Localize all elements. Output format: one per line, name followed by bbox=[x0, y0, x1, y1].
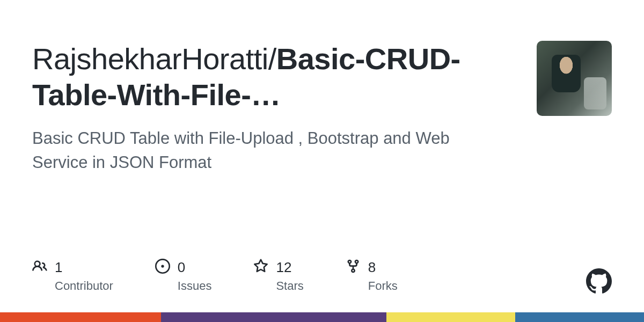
repo-description: Basic CRUD Table with File-Upload , Boot… bbox=[32, 127, 499, 175]
stat-contributors[interactable]: 1 Contributor bbox=[32, 259, 113, 293]
language-segment bbox=[515, 312, 644, 322]
stats-row: 1 Contributor 0 Issues 12 Stars bbox=[32, 259, 398, 293]
repo-separator: / bbox=[268, 42, 276, 76]
repo-title[interactable]: RajshekharHoratti/Basic-CRUD-Table-With-… bbox=[32, 41, 515, 113]
stat-label: Forks bbox=[368, 279, 398, 293]
stat-value: 12 bbox=[276, 259, 291, 276]
stat-label: Contributor bbox=[55, 279, 113, 293]
repo-card: RajshekharHoratti/Basic-CRUD-Table-With-… bbox=[0, 0, 644, 322]
language-segment bbox=[386, 312, 515, 322]
language-stripe bbox=[0, 312, 644, 322]
stat-issues[interactable]: 0 Issues bbox=[155, 259, 212, 293]
stat-label: Issues bbox=[178, 279, 212, 293]
avatar[interactable] bbox=[537, 41, 612, 116]
header-row: RajshekharHoratti/Basic-CRUD-Table-With-… bbox=[32, 41, 612, 175]
repo-owner: RajshekharHoratti bbox=[32, 42, 268, 76]
stat-value: 0 bbox=[178, 259, 185, 276]
star-icon bbox=[253, 259, 268, 276]
title-block: RajshekharHoratti/Basic-CRUD-Table-With-… bbox=[32, 41, 515, 175]
people-icon bbox=[32, 259, 47, 276]
stat-forks[interactable]: 8 Forks bbox=[346, 259, 398, 293]
fork-icon bbox=[346, 259, 361, 276]
issue-icon bbox=[155, 259, 170, 276]
stat-label: Stars bbox=[276, 279, 303, 293]
github-logo-icon[interactable] bbox=[586, 268, 612, 294]
stat-value: 8 bbox=[368, 259, 376, 276]
language-segment bbox=[161, 312, 386, 322]
stat-stars[interactable]: 12 Stars bbox=[253, 259, 303, 293]
language-segment bbox=[0, 312, 161, 322]
stat-value: 1 bbox=[55, 259, 62, 276]
